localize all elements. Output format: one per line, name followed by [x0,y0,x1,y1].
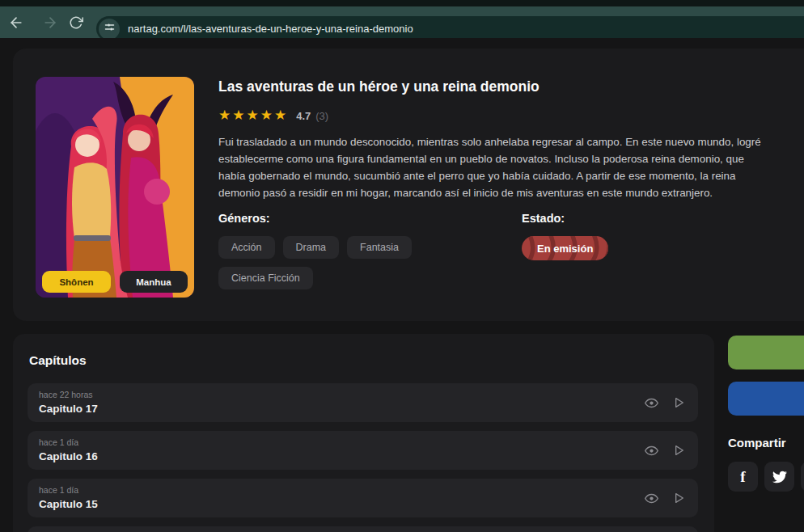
series-description: Fui trasladado a un mundo desconocido, m… [218,133,770,201]
mark-read-eye-icon[interactable] [645,396,658,410]
chapter-row[interactable]: hace 1 díaCapitulo 16 [28,431,698,470]
window-titlebar [0,0,804,6]
chapters-card: Capítulos hace 22 horasCapitulo 17hace 1… [13,334,714,532]
chapter-time: hace 1 día [39,485,698,496]
rating-count: (3) [315,110,328,122]
play-chapter-icon[interactable] [672,492,685,505]
chapter-time: hace 22 horas [39,390,698,400]
series-meta: Géneros: AcciónDramaFantasiaCiencia Ficc… [218,211,781,289]
page-content: Shônen Manhua Las aventuras de un héroe … [0,38,804,532]
cover-tag-shonen[interactable]: Shônen [42,271,111,293]
chapter-row-actions [645,431,685,470]
sidebar-action-primary-button[interactable] [728,336,804,369]
chapter-list: hace 22 horasCapitulo 17hace 1 díaCapitu… [13,383,714,517]
mark-read-eye-icon[interactable] [645,492,658,505]
rating-row: ★★★★★ 4.7 (3) [218,108,781,123]
genre-tag[interactable]: Fantasia [347,236,412,259]
site-settings-button[interactable] [99,19,120,40]
chapter-time: hace 1 día [39,437,698,448]
sidebar-action-secondary-button[interactable] [728,382,804,416]
chapter-title: Capitulo 15 [39,497,698,511]
series-info-card: Shônen Manhua Las aventuras de un héroe … [13,49,804,321]
url-text: nartag.com/l/las-aventuras-de-un-heroe-y… [128,23,413,35]
genres-label: Géneros: [218,211,522,226]
genre-tag-list: AcciónDramaFantasiaCiencia Ficción [218,236,477,289]
chapters-heading: Capítulos [13,334,714,368]
cover-tag-manhua[interactable]: Manhua [120,271,188,293]
status-section: Estado: En emisión [522,211,781,289]
reload-icon [66,15,86,30]
chapter-row[interactable]: hace 1 díaCapitulo 15 [28,479,698,517]
genre-tag[interactable]: Ciencia Ficción [218,267,313,289]
social-share-buttons: f [728,462,804,492]
facebook-share-button[interactable]: f [728,462,758,492]
star-rating-icons: ★★★★★ [218,108,288,123]
tune-icon [104,21,116,36]
genre-tag[interactable]: Drama [283,236,340,259]
twitter-icon [772,470,787,484]
status-label: Estado: [522,211,781,226]
chapter-title: Capitulo 17 [39,402,698,416]
chapter-row-actions [645,383,685,422]
twitter-share-button[interactable] [764,462,794,492]
status-badge: En emisión [522,236,608,260]
chapter-title: Capitulo 16 [39,450,698,463]
play-chapter-icon[interactable] [672,444,685,457]
sidebar: Compartir f [728,336,804,492]
genres-section: Géneros: AcciónDramaFantasiaCiencia Ficc… [218,211,522,289]
chapter-row-partial[interactable] [28,526,698,532]
mark-read-eye-icon[interactable] [645,444,658,458]
reload-button[interactable] [66,14,86,32]
facebook-icon: f [740,468,745,486]
chapter-row-actions [645,479,685,517]
play-chapter-icon[interactable] [672,396,685,409]
browser-toolbar: nartag.com/l/las-aventuras-de-un-heroe-y… [0,6,804,38]
forward-button[interactable] [40,14,60,32]
genre-tag[interactable]: Acción [218,236,275,259]
share-label: Compartir [728,436,804,450]
browser-window: nartag.com/l/las-aventuras-de-un-heroe-y… [0,0,804,532]
arrow-right-icon [40,15,60,31]
back-button[interactable] [6,14,26,32]
rating-value: 4.7 [296,110,311,122]
extra-share-button[interactable] [801,462,804,492]
series-cover: Shônen Manhua [36,77,194,298]
series-info: Las aventuras de un héroe y una reina de… [218,78,781,289]
series-title: Las aventuras de un héroe y una reina de… [218,78,781,95]
cover-art-illustration [36,77,194,298]
arrow-left-icon [6,15,26,31]
chapter-row[interactable]: hace 22 horasCapitulo 17 [28,383,698,422]
